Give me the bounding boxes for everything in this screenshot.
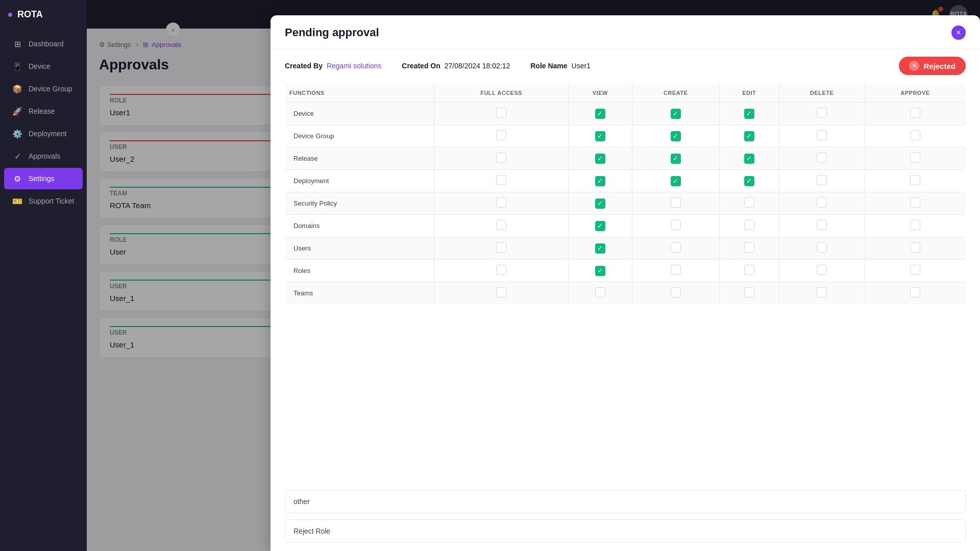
dashboard-icon: ⊞ xyxy=(12,39,22,49)
perm-cell-view[interactable]: ✓ xyxy=(568,147,632,170)
checkbox-unchecked xyxy=(817,153,827,163)
checkbox-checked: ✓ xyxy=(744,109,754,119)
perm-cell-full_access[interactable] xyxy=(434,147,568,170)
checkbox-checked: ✓ xyxy=(671,176,681,186)
checkbox-unchecked xyxy=(496,108,506,118)
checkbox-unchecked xyxy=(910,175,920,185)
checkbox-unchecked xyxy=(671,220,681,230)
role-name-label: Role Name xyxy=(530,62,567,70)
function-name: Roles xyxy=(285,260,434,282)
perm-cell-edit[interactable] xyxy=(719,215,779,237)
perm-cell-approve[interactable] xyxy=(865,282,965,305)
approvals-icon: ✓ xyxy=(12,151,22,161)
perm-cell-edit[interactable]: ✓ xyxy=(719,103,779,125)
perm-cell-create[interactable] xyxy=(632,260,719,282)
checkbox-unchecked xyxy=(496,130,506,140)
sidebar: ROTA ⊞ Dashboard 📱 Device 📦 Device Group… xyxy=(0,0,87,551)
rejected-icon: × xyxy=(909,61,919,71)
perm-cell-edit[interactable]: ✓ xyxy=(719,170,779,192)
perm-cell-delete[interactable] xyxy=(779,170,865,192)
perm-cell-view[interactable]: ✓ xyxy=(568,192,632,215)
perm-cell-view[interactable]: ✓ xyxy=(568,103,632,125)
perm-cell-create[interactable]: ✓ xyxy=(632,147,719,170)
release-icon: 🚀 xyxy=(12,106,22,116)
meta-created-by: Created By Regami solutions xyxy=(285,62,381,70)
perm-cell-delete[interactable] xyxy=(779,215,865,237)
checkbox-checked: ✓ xyxy=(595,221,605,231)
sidebar-item-dashboard[interactable]: ⊞ Dashboard xyxy=(4,33,83,55)
sidebar-item-deployment[interactable]: ⚙️ Deployment xyxy=(4,123,83,144)
perm-cell-delete[interactable] xyxy=(779,192,865,215)
perm-cell-full_access[interactable] xyxy=(434,260,568,282)
settings-icon: ⚙ xyxy=(12,173,22,184)
sidebar-item-approvals[interactable]: ✓ Approvals xyxy=(4,145,83,167)
perm-cell-edit[interactable] xyxy=(719,260,779,282)
checkbox-unchecked xyxy=(671,287,681,297)
perm-cell-view[interactable]: ✓ xyxy=(568,170,632,192)
checkbox-unchecked xyxy=(496,242,506,253)
perm-cell-view[interactable]: ✓ xyxy=(568,260,632,282)
perm-cell-approve[interactable] xyxy=(865,125,965,147)
checkbox-checked: ✓ xyxy=(595,176,605,186)
perm-cell-view[interactable]: ✓ xyxy=(568,125,632,147)
modal-close-button[interactable]: × xyxy=(951,26,966,40)
perm-cell-edit[interactable]: ✓ xyxy=(719,125,779,147)
perm-cell-approve[interactable] xyxy=(865,215,965,237)
sidebar-label-dashboard: Dashboard xyxy=(29,40,64,48)
created-by-value: Regami solutions xyxy=(327,62,381,70)
perm-cell-view[interactable]: ✓ xyxy=(568,237,632,260)
perm-cell-full_access[interactable] xyxy=(434,125,568,147)
sidebar-item-settings[interactable]: ⚙ Settings xyxy=(4,168,83,189)
perm-cell-delete[interactable] xyxy=(779,103,865,125)
perm-cell-approve[interactable] xyxy=(865,260,965,282)
modal-header: Pending approval × xyxy=(271,15,980,48)
perm-cell-full_access[interactable] xyxy=(434,192,568,215)
perm-cell-create[interactable] xyxy=(632,215,719,237)
perm-cell-full_access[interactable] xyxy=(434,103,568,125)
checkbox-unchecked xyxy=(817,265,827,275)
sidebar-item-release[interactable]: 🚀 Release xyxy=(4,101,83,122)
perm-cell-edit[interactable] xyxy=(719,192,779,215)
perm-cell-create[interactable]: ✓ xyxy=(632,170,719,192)
checkbox-unchecked xyxy=(910,108,920,118)
logo-dot xyxy=(8,13,12,17)
checkbox-unchecked xyxy=(910,197,920,208)
perm-cell-view[interactable] xyxy=(568,282,632,305)
modal-footer: other Reject Role xyxy=(271,482,980,551)
checkbox-unchecked xyxy=(744,220,754,230)
perm-cell-delete[interactable] xyxy=(779,282,865,305)
perm-cell-create[interactable] xyxy=(632,282,719,305)
perm-cell-full_access[interactable] xyxy=(434,215,568,237)
perm-cell-create[interactable]: ✓ xyxy=(632,125,719,147)
perm-cell-approve[interactable] xyxy=(865,192,965,215)
sidebar-item-support-ticket[interactable]: 🎫 Support Ticket xyxy=(4,190,83,212)
col-header-functions: FUNCTIONS xyxy=(285,84,434,103)
perm-cell-full_access[interactable] xyxy=(434,237,568,260)
perm-cell-delete[interactable] xyxy=(779,260,865,282)
device-icon: 📱 xyxy=(12,61,22,71)
sidebar-label-release: Release xyxy=(29,107,55,115)
perm-cell-approve[interactable] xyxy=(865,103,965,125)
perm-cell-delete[interactable] xyxy=(779,237,865,260)
perm-cell-create[interactable]: ✓ xyxy=(632,103,719,125)
perm-cell-edit[interactable] xyxy=(719,237,779,260)
checkbox-unchecked xyxy=(744,242,754,253)
checkbox-unchecked xyxy=(496,265,506,275)
checkbox-unchecked xyxy=(910,287,920,297)
sidebar-item-device[interactable]: 📱 Device xyxy=(4,56,83,77)
perm-cell-create[interactable] xyxy=(632,192,719,215)
perm-cell-full_access[interactable] xyxy=(434,170,568,192)
checkbox-unchecked xyxy=(817,197,827,208)
perm-cell-view[interactable]: ✓ xyxy=(568,215,632,237)
perm-cell-delete[interactable] xyxy=(779,125,865,147)
sidebar-item-device-group[interactable]: 📦 Device Group xyxy=(4,78,83,99)
perm-cell-create[interactable] xyxy=(632,237,719,260)
perm-cell-approve[interactable] xyxy=(865,170,965,192)
perm-cell-edit[interactable] xyxy=(719,282,779,305)
perm-cell-approve[interactable] xyxy=(865,237,965,260)
perm-cell-edit[interactable]: ✓ xyxy=(719,147,779,170)
perm-cell-full_access[interactable] xyxy=(434,282,568,305)
meta-created-on: Created On 27/08/2024 18:02:12 xyxy=(402,62,510,70)
perm-cell-delete[interactable] xyxy=(779,147,865,170)
perm-cell-approve[interactable] xyxy=(865,147,965,170)
